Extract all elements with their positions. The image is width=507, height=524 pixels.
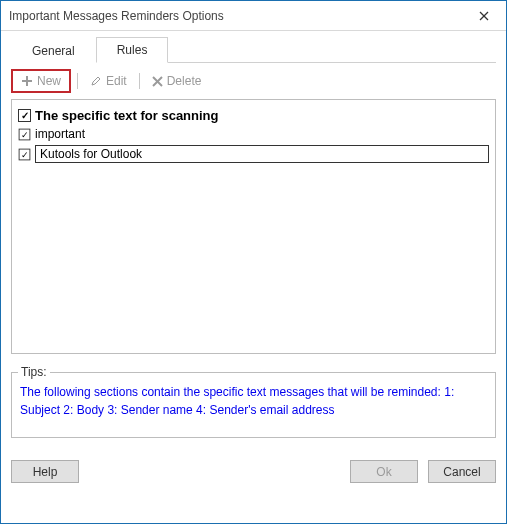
rule-input-value: Kutools for Outlook: [40, 147, 142, 161]
cancel-label: Cancel: [443, 465, 480, 479]
window-title: Important Messages Reminders Options: [9, 9, 224, 23]
plus-icon: [21, 75, 33, 87]
titlebar: Important Messages Reminders Options: [1, 1, 506, 31]
rules-list: ✓ The specific text for scanning ✓ impor…: [11, 99, 496, 354]
delete-label: Delete: [167, 74, 202, 88]
checkbox[interactable]: ✓: [19, 148, 31, 160]
rules-header-label: The specific text for scanning: [35, 108, 219, 123]
help-button[interactable]: Help: [11, 460, 79, 483]
x-icon: [152, 76, 163, 87]
tab-label: General: [32, 44, 75, 58]
tab-rules[interactable]: Rules: [96, 37, 169, 63]
close-icon: [479, 11, 489, 21]
highlight-box: New: [11, 69, 71, 93]
new-button[interactable]: New: [15, 72, 67, 90]
tab-label: Rules: [117, 43, 148, 57]
new-label: New: [37, 74, 61, 88]
content-area: General Rules New Edit: [1, 31, 506, 448]
rule-text[interactable]: important: [35, 127, 85, 141]
tips-groupbox: Tips: The following sections contain the…: [11, 372, 496, 438]
checkbox[interactable]: ✓: [18, 109, 31, 122]
edit-button[interactable]: Edit: [84, 72, 133, 90]
toolbar-separator: [139, 73, 140, 89]
edit-label: Edit: [106, 74, 127, 88]
ok-button[interactable]: Ok: [350, 460, 418, 483]
cancel-button[interactable]: Cancel: [428, 460, 496, 483]
rule-row: ✓ important: [18, 125, 489, 143]
delete-button[interactable]: Delete: [146, 72, 208, 90]
footer: Help Ok Cancel: [1, 448, 506, 493]
tips-text: The following sections contain the speci…: [20, 383, 487, 419]
tips-label: Tips:: [18, 365, 50, 379]
tab-general[interactable]: General: [11, 38, 96, 63]
toolbar: New Edit Delete: [11, 63, 496, 99]
ok-label: Ok: [376, 465, 391, 479]
rule-row: ✓ Kutools for Outlook: [18, 143, 489, 165]
tab-strip: General Rules: [11, 37, 496, 63]
rule-text-input[interactable]: Kutools for Outlook: [35, 145, 489, 163]
close-button[interactable]: [461, 1, 506, 31]
pencil-icon: [90, 75, 102, 87]
spacer: [89, 460, 340, 483]
rules-header-row: ✓ The specific text for scanning: [18, 106, 489, 125]
checkbox[interactable]: ✓: [19, 128, 31, 140]
toolbar-separator: [77, 73, 78, 89]
help-label: Help: [33, 465, 58, 479]
